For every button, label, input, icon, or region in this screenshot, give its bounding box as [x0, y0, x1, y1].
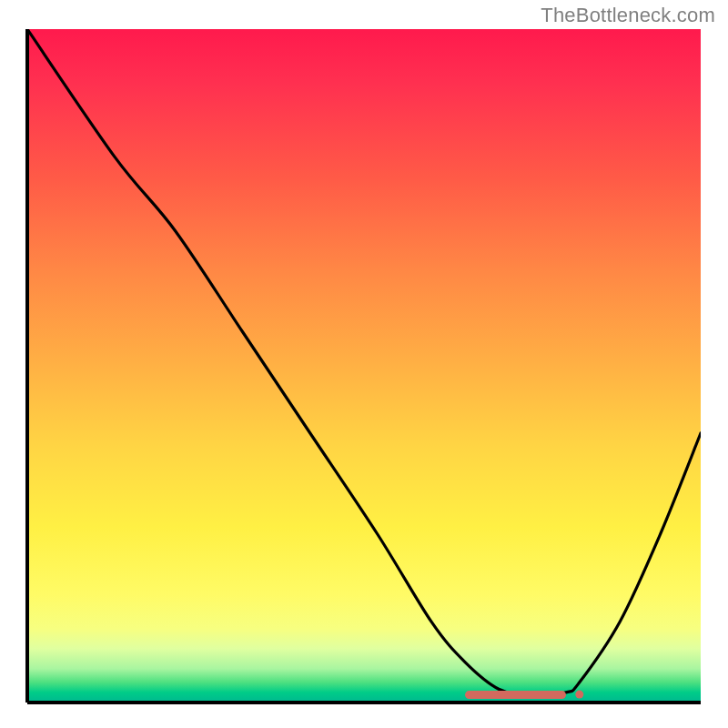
min-dot [575, 691, 583, 699]
min-bar [465, 691, 566, 699]
bottleneck-curve [27, 29, 701, 703]
curve-path [27, 29, 701, 696]
watermark-text: TheBottleneck.com [541, 4, 715, 27]
